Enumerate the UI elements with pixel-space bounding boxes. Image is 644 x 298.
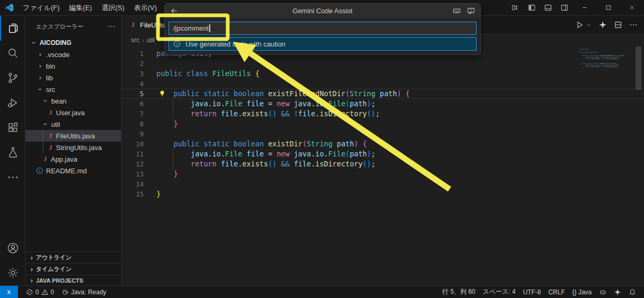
code-line-10[interactable]: 10 public static boolean existDir(String…	[122, 139, 644, 149]
code-line-3[interactable]: 3public class FileUtils {	[122, 69, 644, 79]
activity-account[interactable]	[0, 236, 25, 260]
close-button[interactable]	[620, 0, 644, 15]
code-line-2[interactable]: 2	[122, 59, 644, 69]
status-cursor-position[interactable]: 行 5、列 60	[438, 287, 479, 296]
activity-extensions[interactable]	[0, 115, 25, 140]
more-h-button[interactable]	[629, 21, 638, 29]
chevron-down-icon: ›	[42, 97, 49, 105]
feedback-icon	[467, 7, 475, 15]
run-button[interactable]	[575, 21, 584, 29]
status-java-status[interactable]: Java: Ready	[58, 286, 110, 298]
tree-item-user-java[interactable]: JUser.java	[25, 107, 121, 118]
tree-item-bin[interactable]: ›bin	[25, 60, 121, 72]
code-line-15[interactable]: 15}	[122, 189, 644, 199]
status-label: {} Java	[572, 288, 592, 296]
menu-item-3[interactable]: 表示(V)	[129, 0, 162, 16]
tree-item-aicoding[interactable]: ›AICODING	[25, 37, 121, 49]
status-eol[interactable]: CRLF	[545, 288, 568, 296]
explorer-more-button[interactable]: ···	[108, 23, 116, 30]
explorer-title: エクスプローラー	[36, 23, 83, 31]
status-indentation[interactable]: スペース: 4	[479, 287, 519, 296]
lightbulb-icon[interactable]	[158, 90, 166, 97]
quick-input-list-item[interactable]: i Use generated code with caution	[169, 37, 477, 51]
customize-layout-button[interactable]	[507, 4, 524, 12]
close-icon	[629, 4, 636, 11]
feedback-button[interactable]	[467, 7, 475, 15]
code-line-6[interactable]: 6 java.io.File file = new java.io.File(p…	[122, 99, 644, 109]
tree-indent-guide	[43, 130, 43, 153]
status-language-mode[interactable]: {} Java	[568, 288, 595, 296]
tree-item-src[interactable]: ›src	[25, 83, 121, 95]
tree-item-util[interactable]: ›util	[25, 118, 121, 130]
minimap[interactable]: package util; public class FileUtils { p…	[579, 49, 632, 72]
code-line-11[interactable]: 11 java.io.File file = new java.io.File(…	[122, 149, 644, 159]
code-line-13[interactable]: 13 }	[122, 169, 644, 179]
code-line-5[interactable]: 5 public static boolean existFileAndNotD…	[122, 89, 644, 99]
status-remote-indicator[interactable]	[0, 286, 18, 298]
code-line-14[interactable]: 14	[122, 179, 644, 189]
status-warnings[interactable]: 0	[40, 286, 58, 298]
code-line-9[interactable]: 9	[122, 129, 644, 139]
sparkle-button[interactable]	[599, 21, 607, 29]
split-editor-button[interactable]	[614, 21, 622, 29]
menu-item-0[interactable]: ファイル(F)	[18, 0, 64, 16]
breadcrumb-item-util[interactable]: util	[147, 36, 155, 44]
minimize-button[interactable]	[573, 0, 596, 15]
breadcrumb-separator: ›	[157, 37, 160, 43]
section-java-projects[interactable]: ›JAVA PROJECTS	[25, 275, 121, 285]
activity-debug[interactable]	[0, 90, 25, 115]
tree-item--vscode[interactable]: ›.vscode	[25, 49, 121, 60]
activity-search[interactable]	[0, 41, 25, 66]
tree-item-bean[interactable]: ›bean	[25, 95, 121, 107]
status-copilot[interactable]	[595, 288, 610, 296]
line-number: 13	[122, 169, 144, 179]
split-editor-icon	[614, 21, 622, 29]
maximize-button[interactable]	[596, 0, 620, 15]
menu-item-1[interactable]: 編集(E)	[64, 0, 97, 16]
tree-item-readme-md[interactable]: iREADME.md	[25, 165, 121, 176]
section--[interactable]: ›タイムライン	[25, 263, 121, 275]
code-line-12[interactable]: 12 return file.exists() && file.isDirect…	[122, 159, 644, 169]
editor-group: J FileUtils.java src›util› 1package util…	[122, 16, 644, 285]
section-label: アウトライン	[36, 254, 72, 262]
tree-item-label: util	[51, 120, 60, 128]
command-input[interactable]: /jpcomment	[169, 22, 477, 35]
toggle-secondary-sidebar-button[interactable]	[556, 4, 573, 12]
more-h-icon	[629, 21, 638, 29]
chevron-right-icon: ›	[27, 277, 36, 284]
activity-more[interactable]	[0, 165, 25, 190]
chevron-right-icon: ›	[27, 254, 36, 262]
copilot-icon	[599, 288, 606, 296]
status-encoding[interactable]: UTF-8	[519, 288, 545, 296]
chevron-down-icon	[586, 22, 592, 28]
tree-item-stringutils-java[interactable]: JStringUtils.java	[25, 142, 121, 153]
line-number: 1	[122, 49, 144, 59]
activity-testing[interactable]	[0, 140, 25, 165]
line-content: return file.exists() && file.isDirectory…	[156, 159, 376, 169]
scrollbar-thumb[interactable]	[636, 46, 641, 90]
breadcrumb-item-src[interactable]: src	[131, 36, 139, 44]
status-errors[interactable]: 0	[22, 286, 40, 298]
toggle-panel-button[interactable]	[540, 4, 556, 12]
tree-item-app-java[interactable]: JApp.java	[25, 153, 121, 165]
keyboard-button[interactable]	[453, 7, 461, 15]
java-file-icon: J	[46, 144, 54, 152]
activity-settings[interactable]	[0, 260, 25, 285]
section--[interactable]: ›アウトライン	[25, 252, 121, 263]
menu-item-2[interactable]: 選択(S)	[97, 0, 129, 16]
code-line-7[interactable]: 7 return file.exists() && !file.isDirect…	[122, 109, 644, 119]
status-bar: 00Java: Ready 行 5、列 60スペース: 4UTF-8CRLF{}…	[0, 285, 644, 298]
tree-item-fileutils-java[interactable]: JFileUtils.java	[25, 130, 121, 142]
status-gemini[interactable]	[610, 288, 625, 296]
toggle-primary-sidebar-button[interactable]	[524, 4, 540, 12]
code-line-8[interactable]: 8 }	[122, 119, 644, 129]
back-icon[interactable]	[170, 7, 178, 15]
chevron-down-button[interactable]	[586, 22, 592, 28]
status-notifications[interactable]	[625, 288, 640, 296]
line-number: 10	[122, 139, 144, 149]
activity-files[interactable]	[0, 16, 25, 41]
activity-source-control[interactable]	[0, 66, 25, 90]
tree-item-lib[interactable]: ›lib	[25, 72, 121, 83]
code-line-4[interactable]: 4	[122, 79, 644, 89]
code-area[interactable]: 1package util;2 3public class FileUtils …	[122, 46, 644, 285]
